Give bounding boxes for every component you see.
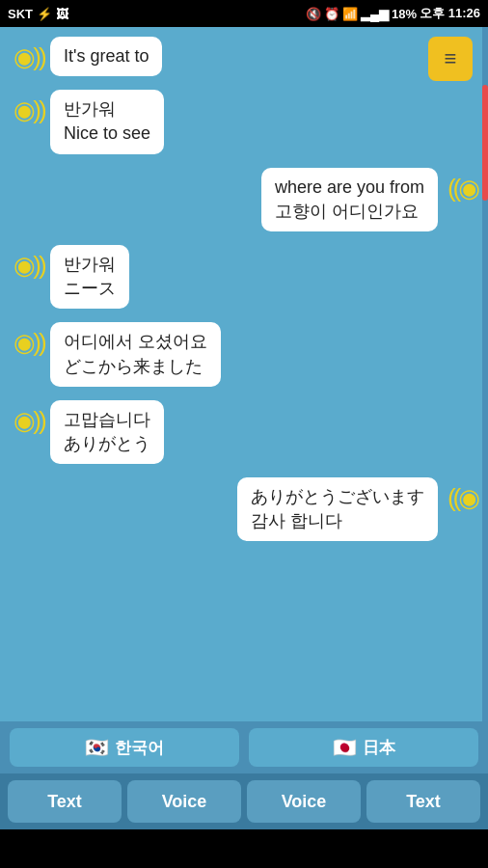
voice-button-left[interactable]: Voice [127, 780, 241, 823]
bubble-line2: Nice to see [64, 122, 150, 146]
usb-icon: ⚡ [37, 7, 52, 21]
scrollbar[interactable] [482, 27, 488, 721]
status-left: SKT ⚡ 🖼 [8, 7, 68, 21]
sound-icon-right[interactable]: ◉)) [438, 477, 480, 513]
chat-bubble[interactable]: 어디에서 오셨어요 どこから来ました [50, 322, 221, 386]
japanese-lang-label: 日本 [363, 737, 395, 759]
bubble-line1: 반가워 [64, 253, 116, 277]
bubble-line2: ありがとう [64, 432, 150, 456]
status-right: 🔇 ⏰ 📶 ▂▄▆ 18% 오후 11:26 [306, 5, 480, 22]
korean-language-button[interactable]: 🇰🇷 한국어 [10, 728, 239, 767]
chat-bubble[interactable]: 반가워 Nice to see [50, 90, 164, 153]
message-row: ◉)) 반가워 ニース [8, 245, 480, 309]
scrollbar-thumb[interactable] [482, 85, 488, 201]
bubble-line1: It's great to [64, 44, 149, 68]
carrier-label: SKT [8, 7, 33, 21]
message-row: ◉)) 고맙습니다 ありがとう [8, 400, 480, 464]
chat-icon-button[interactable]: ≡ [428, 37, 473, 81]
wave-icon: ◉)) [14, 328, 43, 358]
bubble-line2: どこから来ました [64, 355, 207, 379]
text-button-left[interactable]: Text [8, 780, 122, 823]
mute-icon: 🔇 [306, 7, 321, 21]
chat-bubble[interactable]: ありがとうございます 감사 합니다 [237, 477, 438, 541]
wave-icon: ◉)) [14, 251, 43, 281]
bubble-line2: ニース [64, 277, 116, 301]
menu-lines-icon: ≡ [445, 46, 457, 71]
korean-flag-icon: 🇰🇷 [85, 736, 109, 759]
message-row: ◉)) 반가워 Nice to see [8, 90, 480, 153]
time-label: 오후 11:26 [420, 5, 480, 22]
sound-icon-left[interactable]: ◉)) [8, 37, 50, 72]
message-row: ◉)) 어디에서 오셨어요 どこから来ました [8, 322, 480, 386]
status-bar: SKT ⚡ 🖼 🔇 ⏰ 📶 ▂▄▆ 18% 오후 11:26 [0, 0, 488, 27]
japanese-language-button[interactable]: 🇯🇵 日本 [249, 728, 478, 767]
wave-icon: ◉)) [14, 95, 43, 125]
battery-label: 18% [392, 7, 417, 21]
bubble-line1: ありがとうございます [251, 485, 424, 509]
bubble-line1: 어디에서 오셨어요 [64, 330, 207, 354]
bubble-line1: where are you from [275, 176, 424, 200]
wave-icon: ◉)) [450, 174, 480, 203]
action-bar: Text Voice Voice Text [0, 773, 488, 829]
message-row: ◉)) It's great to [8, 37, 480, 76]
chat-bubble[interactable]: It's great to [50, 37, 162, 76]
message-row: ◉)) ありがとうございます 감사 합니다 [8, 477, 480, 541]
image-icon: 🖼 [56, 7, 68, 21]
bubble-line1: 고맙습니다 [64, 408, 150, 432]
wave-icon: ◉)) [14, 42, 43, 72]
korean-lang-label: 한국어 [115, 737, 164, 759]
wave-icon: ◉)) [14, 406, 43, 436]
japanese-flag-icon: 🇯🇵 [333, 736, 357, 759]
wave-icon: ◉)) [450, 483, 480, 513]
bubble-line2: 고향이 어디인가요 [275, 200, 424, 224]
sound-icon-left[interactable]: ◉)) [8, 90, 50, 125]
chat-bubble[interactable]: where are you from 고향이 어디인가요 [261, 168, 438, 231]
bubble-line1: 반가워 [64, 97, 150, 122]
text-button-right[interactable]: Text [366, 780, 480, 823]
wifi-icon: 📶 [342, 7, 358, 21]
sound-icon-left[interactable]: ◉)) [8, 322, 50, 358]
chat-bubble[interactable]: 반가워 ニース [50, 245, 129, 309]
chat-bubble[interactable]: 고맙습니다 ありがとう [50, 400, 164, 464]
language-bar: 🇰🇷 한국어 🇯🇵 日本 [0, 721, 488, 773]
alarm-icon: ⏰ [324, 7, 339, 21]
message-row: ◉)) where are you from 고향이 어디인가요 [8, 168, 480, 231]
sound-icon-right[interactable]: ◉)) [438, 168, 480, 203]
voice-button-right[interactable]: Voice [247, 780, 361, 823]
chat-area: ≡ ◉)) It's great to ◉)) 반가워 Nice to see … [0, 27, 488, 721]
bubble-line2: 감사 합니다 [251, 509, 424, 533]
sound-icon-left[interactable]: ◉)) [8, 245, 50, 281]
signal-icon: ▂▄▆ [361, 7, 389, 21]
sound-icon-left[interactable]: ◉)) [8, 400, 50, 436]
